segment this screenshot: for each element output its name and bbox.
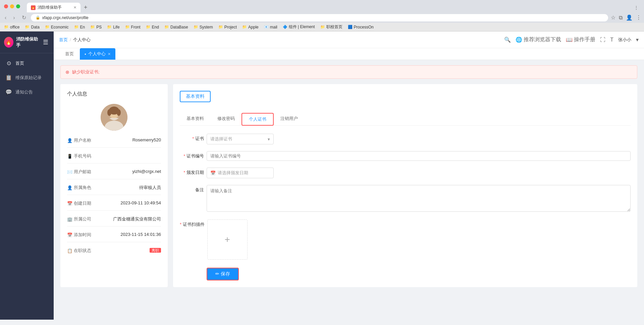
bookmark-mail[interactable]: 📧 mail (264, 25, 277, 29)
avatar-image (101, 104, 127, 131)
folder-icon: 📁 (194, 25, 198, 29)
form-card-header: 基本资料 (180, 91, 631, 108)
back-btn[interactable]: ‹ (3, 14, 8, 21)
sub-tab-certificate[interactable]: 个人证书 (241, 113, 274, 126)
upload-area[interactable]: + (207, 219, 248, 260)
form-card-title: 基本资料 (180, 91, 211, 102)
bookmark-en[interactable]: 📁 En (74, 25, 85, 29)
sub-tabs: 基本资料 修改密码 个人证书 注销用户 (180, 113, 631, 126)
address-bar-row: ‹ › ↻ 🔒 xfapp.crgx.net/user/profile ☆ ⧉ … (0, 12, 644, 23)
error-alert: ⊗ 缺少职业证书; (60, 65, 637, 79)
save-button[interactable]: ✏ 保存 (207, 268, 239, 280)
tab-close-icon[interactable]: ✕ (108, 52, 111, 56)
search-btn[interactable]: 🔍 (504, 37, 511, 43)
browser-tab[interactable]: 🔥 消防维保助手 ✕ (27, 3, 80, 12)
bookmark-element[interactable]: 🔷 组件 | Element (283, 24, 315, 30)
email-value: yizhi@crgx.net (132, 169, 161, 174)
personal-info-card: 个人信息 (60, 84, 168, 287)
bookmark-front[interactable]: 📁 Front (125, 25, 141, 29)
content-body: 个人信息 (54, 79, 644, 292)
sub-tab-basic[interactable]: 基本资料 (180, 113, 211, 125)
bookmark-economic[interactable]: 📁 Economic (45, 25, 69, 29)
user-display-name: 张小小 (618, 37, 631, 43)
time-icon: 📅 (67, 233, 72, 238)
page-tab-profile[interactable]: ● 个人中心 ✕ (80, 48, 115, 60)
header-actions: 🔍 🌐 推荐浏览器下载 📖 操作手册 ⛶ T 张小小 ▾ (504, 36, 639, 43)
company-value: 广西金穗通实业有限公司 (113, 216, 161, 222)
bookmark-apple[interactable]: 📁 Apple (242, 25, 259, 29)
status-icon: 📋 (67, 248, 72, 253)
status-value: 离职 (150, 248, 161, 253)
sidebar-toggle-btn[interactable]: ☰ (42, 39, 50, 46)
profile-icon[interactable]: 👤 (626, 14, 633, 21)
element-icon: 🔷 (283, 25, 287, 29)
bookmark-life[interactable]: 📁 Life (107, 25, 119, 29)
globe-icon: 🌐 (516, 37, 522, 43)
bookmark-ps[interactable]: 📁 PS (90, 25, 102, 29)
sub-tab-cancel[interactable]: 注销用户 (274, 113, 305, 125)
bookmark-label: Apple (248, 25, 259, 29)
bookmark-project[interactable]: 📁 Project (218, 25, 237, 29)
tab-dot: ● (85, 53, 86, 56)
form-group-certificate: 证书 请选择证书 ▾ (180, 134, 631, 144)
split-screen[interactable]: ⧉ (619, 15, 623, 21)
issue-date-label: 颁发日期 (180, 168, 207, 176)
refresh-btn[interactable]: ↻ (20, 14, 28, 21)
tab-label: 个人中心 (88, 51, 106, 57)
bookmark-database[interactable]: 📁 DataBase (164, 25, 188, 29)
issue-date-picker[interactable]: 📅 请选择颁发日期 (207, 168, 274, 178)
fullscreen-btn[interactable]: ⛶ (600, 37, 605, 43)
window-maximize[interactable] (16, 4, 20, 8)
window-close[interactable] (4, 4, 8, 8)
maintenance-icon: 📋 (5, 74, 12, 81)
cert-number-input[interactable] (207, 151, 631, 161)
form-card: 基本资料 基本资料 修改密码 个人证书 注销用户 证书 (173, 84, 637, 287)
user-avatar[interactable] (101, 104, 127, 131)
info-row-email: ✉️ 用户邮箱 yizhi@crgx.net (67, 169, 161, 179)
sidebar-item-home[interactable]: ⊙ 首页 (0, 56, 54, 70)
page-tab-home[interactable]: 首页 (60, 48, 78, 60)
bookmark-end[interactable]: 📁 End (146, 25, 159, 29)
status-label: 📋 在职状态 (67, 248, 97, 254)
phone-label: 📱 手机号码 (67, 153, 97, 159)
role-value: 待审核人员 (139, 185, 161, 191)
bookmark-label: office (10, 25, 19, 29)
certificate-select[interactable]: 请选择证书 ▾ (207, 134, 274, 144)
recommend-browser-btn[interactable]: 🌐 推荐浏览器下载 (516, 36, 561, 43)
user-dropdown-btn[interactable]: ▾ (636, 37, 639, 43)
window-minimize[interactable] (10, 4, 14, 8)
bookmark-office[interactable]: 📁 office (4, 25, 19, 29)
browser-settings[interactable]: ⋮ (636, 14, 641, 21)
browser-menu-btn[interactable]: ⋮ (634, 5, 639, 10)
new-tab-button[interactable]: + (82, 4, 90, 11)
username-value: Rosemerry520 (132, 137, 161, 142)
breadcrumb-home[interactable]: 首页 (59, 37, 68, 43)
bookmark-data[interactable]: 📁 Data (25, 25, 39, 29)
forward-btn[interactable]: › (11, 14, 17, 21)
folder-icon: 📁 (107, 25, 112, 29)
dropdown-arrow-icon: ▾ (268, 137, 270, 142)
bookmark-label: Economic (51, 25, 69, 29)
building-icon: 🏢 (67, 217, 72, 222)
bookmark-star[interactable]: ☆ (611, 14, 615, 21)
folder-icon: 📁 (74, 25, 79, 29)
info-rows: 👤 用户名称 Rosemerry520 📱 手机号码 (67, 137, 161, 258)
sidebar-item-notice[interactable]: 💬 通知公告 (0, 85, 54, 99)
tab-close-btn[interactable]: ✕ (73, 5, 76, 10)
bookmark-vocational[interactable]: 📁 职校首页 (320, 24, 342, 30)
font-size-btn[interactable]: T (610, 37, 613, 43)
sidebar-item-maintenance[interactable]: 📋 维保原始记录 (0, 70, 54, 85)
bookmark-system[interactable]: 📁 System (194, 25, 213, 29)
manual-btn[interactable]: 📖 操作手册 (566, 36, 595, 43)
info-row-status: 📋 在职状态 离职 (67, 248, 161, 258)
bookmark-processon[interactable]: 🟦 ProcessOn (348, 25, 374, 29)
url-bar[interactable]: 🔒 xfapp.crgx.net/user/profile (31, 14, 608, 21)
tab-label: 首页 (65, 51, 74, 57)
remarks-textarea[interactable] (207, 185, 631, 212)
form-group-remarks: 备注 (180, 185, 631, 213)
sub-tab-password[interactable]: 修改密码 (211, 113, 241, 125)
recommend-label: 推荐浏览器下载 (524, 36, 561, 43)
certificate-control: 请选择证书 ▾ (207, 134, 631, 144)
error-icon: ⊗ (65, 69, 69, 75)
info-row-create-date: 📅 创建日期 2023-09-11 10:49:54 (67, 200, 161, 211)
